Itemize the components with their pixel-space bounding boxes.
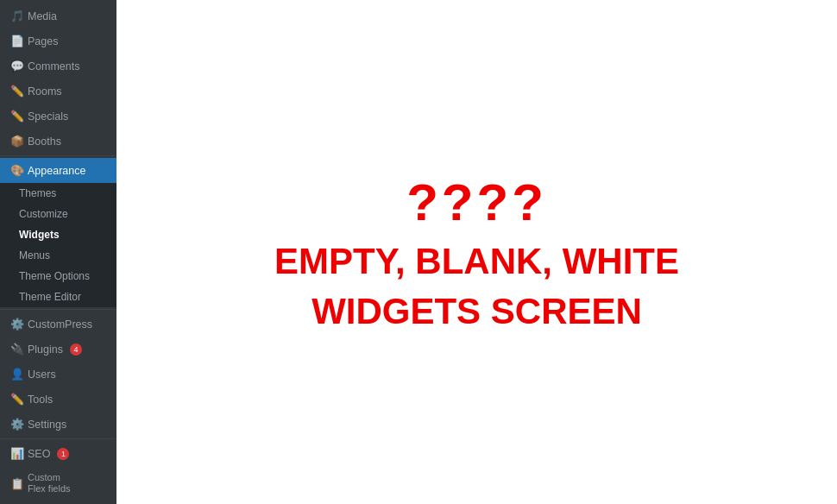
- sidebar-item-label: Rooms: [28, 85, 62, 98]
- sidebar-item-tools[interactable]: ✏️ Tools: [0, 387, 116, 412]
- seo-icon: 📊: [10, 447, 22, 460]
- sidebar-item-specials[interactable]: ✏️ Specials: [0, 104, 116, 129]
- media-icon: 🎵: [10, 9, 22, 22]
- submenu-item-theme-editor[interactable]: Theme Editor: [0, 287, 116, 307]
- sidebar-divider-2: [0, 309, 116, 310]
- appearance-icon: 🎨: [10, 164, 22, 177]
- submenu-item-menus[interactable]: Menus: [0, 245, 116, 266]
- seo-badge: 1: [57, 448, 69, 460]
- sidebar-item-label: Pages: [28, 35, 58, 47]
- custompress-icon: ⚙️: [10, 318, 22, 331]
- sidebar-item-rooms[interactable]: ✏️ Rooms: [0, 79, 116, 104]
- sidebar-item-custompress[interactable]: ⚙️ CustomPress: [0, 312, 116, 337]
- sidebar-item-label: Comments: [28, 60, 79, 72]
- submenu-item-customize[interactable]: Customize: [0, 204, 116, 224]
- sidebar-item-comments[interactable]: 💬 Comments: [0, 54, 116, 79]
- sidebar-item-appearance[interactable]: 🎨 Appearance: [0, 158, 116, 183]
- sidebar-divider-1: [0, 155, 116, 156]
- users-icon: 👤: [10, 368, 22, 381]
- sidebar-item-settings[interactable]: ⚙️ Settings: [0, 412, 116, 437]
- sidebar-item-booths[interactable]: 📦 Booths: [0, 129, 116, 154]
- sidebar-item-label: Users: [28, 369, 56, 381]
- submenu-label: Menus: [19, 249, 50, 261]
- question-marks-text: ????: [406, 173, 547, 232]
- submenu-label: Customize: [19, 208, 68, 220]
- sidebar-item-custom-fields[interactable]: 📋 CustomFlex fields: [0, 466, 116, 501]
- sidebar-item-label: Tools: [28, 394, 53, 406]
- sidebar-item-label: Media: [28, 10, 57, 22]
- sidebar-item-label: CustomFlex fields: [28, 472, 71, 495]
- specials-icon: ✏️: [10, 110, 22, 123]
- sidebar-item-seo[interactable]: 📊 SEO 1: [0, 441, 116, 466]
- rooms-icon: ✏️: [10, 85, 22, 98]
- sidebar-item-label: Specials: [28, 110, 68, 123]
- custom-fields-icon: 📋: [10, 477, 22, 490]
- sidebar: 🎵 Media 📄 Pages 💬 Comments ✏️ Rooms ✏️ S…: [0, 0, 116, 504]
- sidebar-item-label: Settings: [28, 419, 66, 431]
- plugins-icon: 🔌: [10, 343, 22, 356]
- sidebar-item-label: Appearance: [28, 165, 85, 177]
- submenu-item-widgets[interactable]: Widgets: [0, 224, 116, 245]
- submenu-label: Theme Editor: [19, 291, 81, 303]
- main-content: ???? EMPTY, BLANK, WHITE WIDGETS SCREEN: [116, 0, 837, 504]
- sidebar-item-media[interactable]: 🎵 Media: [0, 3, 116, 28]
- sidebar-item-label: Plugins: [28, 343, 63, 356]
- settings-icon: ⚙️: [10, 418, 22, 431]
- sidebar-item-pages[interactable]: 📄 Pages: [0, 28, 116, 54]
- main-headline-line2: WIDGETS SCREEN: [312, 291, 642, 332]
- submenu-label: Widgets: [19, 229, 60, 241]
- sidebar-divider-3: [0, 438, 116, 439]
- sidebar-item-label: SEO: [28, 448, 50, 460]
- tools-icon: ✏️: [10, 393, 22, 406]
- pages-icon: 📄: [10, 35, 22, 47]
- submenu-label: Theme Options: [19, 270, 90, 282]
- main-headline-line1: EMPTY, BLANK, WHITE: [274, 241, 679, 282]
- submenu-item-theme-options[interactable]: Theme Options: [0, 266, 116, 287]
- appearance-submenu: Themes Customize Widgets Menus Theme Opt…: [0, 183, 116, 307]
- plugins-badge: 4: [70, 343, 82, 356]
- submenu-label: Themes: [19, 187, 56, 199]
- sidebar-item-plugins[interactable]: 🔌 Plugins 4: [0, 337, 116, 362]
- submenu-item-themes[interactable]: Themes: [0, 183, 116, 204]
- comments-icon: 💬: [10, 60, 22, 72]
- sidebar-top-section: 🎵 Media 📄 Pages 💬 Comments ✏️ Rooms ✏️ S…: [0, 0, 116, 154]
- sidebar-item-label: Booths: [28, 135, 61, 148]
- sidebar-item-label: CustomPress: [28, 318, 92, 331]
- booths-icon: 📦: [10, 135, 22, 148]
- sidebar-item-users[interactable]: 👤 Users: [0, 362, 116, 387]
